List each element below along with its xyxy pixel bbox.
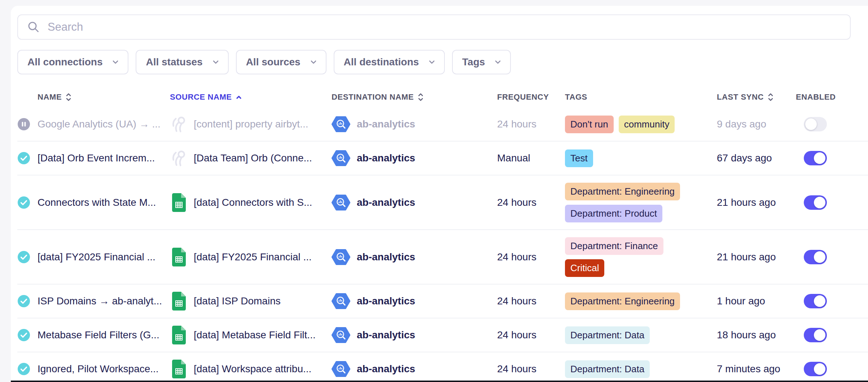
- sort-icon[interactable]: [417, 92, 424, 102]
- tag[interactable]: Test: [565, 149, 593, 167]
- last-sync-value: 67 days ago: [717, 152, 796, 164]
- destination-name[interactable]: ab-analytics: [357, 363, 415, 375]
- enabled-status-icon: [18, 295, 30, 307]
- enabled-status-icon: [18, 329, 30, 341]
- search-icon: [27, 21, 40, 33]
- filter-label: All sources: [246, 56, 301, 68]
- source-name[interactable]: [Data Team] Orb (Conne...: [194, 152, 312, 164]
- column-header-enabled: ENABLED: [796, 92, 836, 102]
- filter-tags[interactable]: Tags: [452, 50, 511, 74]
- tag[interactable]: Critical: [565, 259, 604, 277]
- octavia-icon: [170, 115, 188, 133]
- connection-name[interactable]: [Data] Orb Event Increm...: [38, 152, 170, 164]
- toggle-knob: [814, 152, 825, 164]
- search-input[interactable]: [47, 20, 841, 34]
- last-sync-value: 21 hours ago: [717, 197, 796, 208]
- source-name[interactable]: [data] ISP Domains: [194, 295, 281, 307]
- tags-cell: Don't run community: [565, 116, 717, 133]
- sort-ascending-icon[interactable]: [236, 95, 242, 99]
- connection-name[interactable]: Connectors with State M...: [38, 197, 170, 208]
- toggle-knob: [814, 363, 825, 375]
- table-row[interactable]: Metabase Field Filters (G... [data] Meta…: [17, 318, 868, 352]
- column-header-name[interactable]: NAME: [38, 92, 72, 102]
- column-header-source-name[interactable]: SOURCE NAME: [170, 92, 242, 102]
- last-sync-value: 1 hour ago: [717, 295, 796, 307]
- tags-cell: Department: Finance Critical: [565, 237, 717, 277]
- octavia-icon: [170, 149, 188, 167]
- table-row[interactable]: [Data] Orb Event Increm... [Data Team] O…: [17, 141, 868, 175]
- tag[interactable]: Department: Data: [565, 326, 650, 344]
- sort-icon[interactable]: [65, 92, 72, 102]
- table-row[interactable]: Ignored, Pilot Workspace... [data] Works…: [17, 352, 868, 382]
- enabled-toggle[interactable]: [804, 250, 827, 264]
- tag[interactable]: Department: Finance: [565, 237, 663, 255]
- table-row[interactable]: Google Analytics (UA) → ... [content] pr…: [17, 108, 868, 141]
- tag[interactable]: Department: Data: [565, 360, 650, 378]
- frequency-value: 24 hours: [497, 363, 565, 375]
- destination-name[interactable]: ab-analytics: [357, 251, 415, 263]
- table-header: NAME SOURCE NAME DESTINATION NAME FREQUE…: [17, 87, 868, 108]
- enabled-toggle[interactable]: [804, 328, 827, 342]
- tags-cell: Department: Data: [565, 360, 717, 378]
- tag[interactable]: Department: Engineering: [565, 292, 680, 310]
- enabled-toggle[interactable]: [804, 151, 827, 165]
- enabled-status-icon: [18, 251, 30, 263]
- source-name[interactable]: [data] Workspace attribu...: [194, 363, 311, 375]
- filter-all-statuses[interactable]: All statuses: [136, 50, 228, 74]
- last-sync-value: 21 hours ago: [717, 251, 796, 263]
- filter-all-destinations[interactable]: All destinations: [334, 50, 445, 74]
- filter-label: All destinations: [344, 56, 419, 68]
- sort-icon[interactable]: [767, 92, 774, 102]
- google-sheets-icon: [172, 248, 186, 266]
- connection-name[interactable]: Google Analytics (UA) → ...: [38, 118, 170, 130]
- destination-name[interactable]: ab-analytics: [357, 152, 415, 164]
- enabled-toggle[interactable]: [804, 195, 827, 210]
- table-row[interactable]: Connectors with State M... [data] Connec…: [17, 175, 868, 229]
- bigquery-icon: [332, 150, 350, 166]
- filter-all-sources[interactable]: All sources: [236, 50, 326, 74]
- destination-name[interactable]: ab-analytics: [357, 329, 415, 341]
- tag[interactable]: Department: Engineering: [565, 183, 680, 200]
- filter-all-connections[interactable]: All connections: [17, 50, 128, 74]
- enabled-status-icon: [18, 196, 30, 209]
- last-sync-value: 7 minutes ago: [717, 363, 796, 375]
- table-row[interactable]: [data] FY2025 Financial ... [data] FY202…: [17, 229, 868, 284]
- toggle-knob: [814, 197, 825, 208]
- last-sync-value: 18 hours ago: [717, 329, 796, 341]
- tags-cell: Test: [565, 149, 717, 167]
- destination-name[interactable]: ab-analytics: [357, 295, 415, 307]
- chevron-down-icon: [213, 60, 219, 64]
- tag[interactable]: community: [619, 116, 675, 133]
- enabled-toggle[interactable]: [804, 294, 827, 308]
- google-sheets-icon: [172, 360, 186, 378]
- destination-name[interactable]: ab-analytics: [357, 118, 415, 130]
- column-header-tags: TAGS: [565, 92, 587, 102]
- connection-name[interactable]: ISP Domains → ab-analyt...: [38, 295, 170, 307]
- bigquery-icon: [332, 249, 350, 265]
- table-row[interactable]: ISP Domains → ab-analyt... [data] ISP Do…: [17, 284, 868, 318]
- source-name[interactable]: [content] property airbyt...: [194, 118, 308, 130]
- connection-name[interactable]: Metabase Field Filters (G...: [38, 329, 170, 341]
- frequency-value: 24 hours: [497, 329, 565, 341]
- enabled-status-icon: [18, 363, 30, 375]
- source-name[interactable]: [data] Connectors with S...: [194, 197, 312, 208]
- tags-cell: Department: Data: [565, 326, 717, 344]
- source-name[interactable]: [data] Metabase Field Filt...: [194, 329, 316, 341]
- source-name[interactable]: [data] FY2025 Financial ...: [194, 251, 312, 263]
- bottom-divider: [11, 381, 868, 382]
- frequency-value: Manual: [497, 152, 565, 164]
- column-header-destination-name[interactable]: DESTINATION NAME: [332, 92, 424, 102]
- connection-name[interactable]: Ignored, Pilot Workspace...: [38, 363, 170, 375]
- column-header-last-sync[interactable]: LAST SYNC: [717, 92, 774, 102]
- tag[interactable]: Don't run: [565, 116, 614, 133]
- enabled-toggle[interactable]: [804, 362, 827, 376]
- google-sheets-icon: [172, 193, 186, 212]
- filter-label: All statuses: [146, 56, 202, 68]
- tag[interactable]: Department: Product: [565, 205, 662, 222]
- enabled-toggle[interactable]: [804, 117, 827, 131]
- tags-cell: Department: Engineering: [565, 292, 717, 310]
- connection-name[interactable]: [data] FY2025 Financial ...: [38, 251, 170, 263]
- chevron-down-icon: [429, 60, 435, 64]
- bigquery-icon: [332, 293, 350, 309]
- destination-name[interactable]: ab-analytics: [357, 197, 415, 208]
